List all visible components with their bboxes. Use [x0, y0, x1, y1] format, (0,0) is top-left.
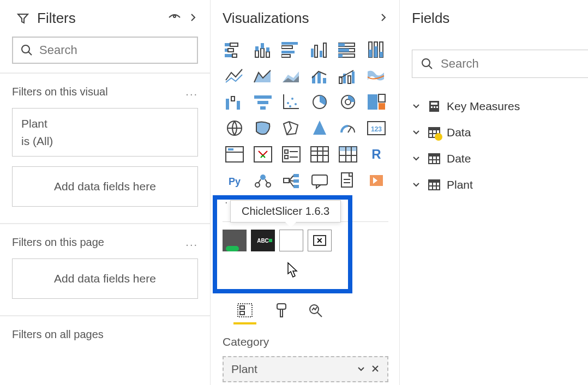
viz-treemap[interactable] [364, 91, 388, 113]
viz-line-clustered-column[interactable] [336, 65, 360, 87]
viz-funnel[interactable] [251, 91, 275, 113]
page-filter-dropzone[interactable]: Add data fields here [12, 258, 198, 299]
viz-python[interactable]: Py [223, 170, 247, 191]
field-table[interactable]: Key Measures [412, 93, 588, 119]
viz-area[interactable] [251, 65, 275, 87]
filters-title: Filters [37, 10, 161, 27]
viz-paginated-report[interactable] [336, 170, 360, 191]
filters-header: Filters [0, 0, 210, 37]
viz-gauge[interactable] [336, 117, 360, 139]
viz-stacked-column[interactable] [251, 39, 275, 61]
category-field-value: Plant [231, 363, 357, 376]
collapse-filters-icon[interactable] [188, 13, 198, 25]
category-field[interactable]: Plant [223, 356, 388, 382]
viz-matrix[interactable] [336, 143, 360, 165]
format-tab[interactable] [273, 302, 290, 324]
viz-clustered-bar[interactable] [279, 39, 303, 61]
chevron-down-icon[interactable] [357, 363, 365, 376]
svg-rect-31 [374, 46, 377, 57]
viz-card[interactable]: 123 [364, 117, 388, 139]
filters-on-page-section: Filters on this page ... Add data fields… [0, 224, 210, 316]
custom-visual-abc[interactable]: ABC [251, 230, 275, 251]
search-icon [21, 44, 33, 56]
viz-scatter[interactable] [279, 91, 303, 113]
viz-line-stacked-column[interactable] [308, 65, 332, 87]
viz-table[interactable] [308, 143, 332, 165]
viz-slicer[interactable] [279, 143, 303, 165]
viz-decomposition-tree[interactable] [279, 170, 303, 191]
svg-rect-12 [266, 52, 269, 57]
viz-clustered-column[interactable] [308, 39, 332, 61]
viz-key-influencers[interactable] [251, 170, 275, 191]
svg-rect-67 [285, 155, 288, 159]
custom-visual-chiclet-slicer[interactable] [279, 230, 303, 251]
svg-point-0 [173, 15, 176, 17]
collapse-viz-icon[interactable] [379, 13, 388, 25]
chevron-down-icon [412, 126, 422, 139]
svg-rect-7 [232, 54, 237, 57]
svg-rect-23 [338, 43, 345, 46]
svg-rect-9 [255, 46, 259, 51]
custom-visual-play-axis[interactable] [223, 230, 247, 251]
svg-rect-2 [225, 43, 230, 46]
section-menu-icon[interactable]: ... [185, 236, 198, 249]
svg-point-83 [266, 183, 271, 187]
analytics-tab[interactable] [307, 302, 324, 324]
fields-search-input[interactable] [441, 57, 588, 71]
fields-tab[interactable] [233, 302, 256, 324]
viz-100-stacked-column[interactable] [364, 39, 388, 61]
viz-title: Visualizations [223, 10, 379, 27]
svg-point-50 [289, 105, 291, 107]
category-label: Category [223, 335, 388, 348]
chevron-down-icon [412, 152, 422, 165]
viz-kpi[interactable] [251, 143, 275, 165]
custom-visual-close[interactable]: ✕ [308, 230, 332, 251]
viz-map[interactable] [223, 117, 247, 139]
visual-filter-dropzone[interactable]: Add data fields here [12, 166, 198, 207]
svg-rect-103 [436, 106, 438, 108]
svg-rect-95 [277, 304, 286, 309]
warning-badge [435, 133, 442, 141]
viz-stacked-bar[interactable] [223, 39, 247, 61]
viz-azure-map[interactable] [308, 117, 332, 139]
viz-100-stacked-bar[interactable] [336, 39, 360, 61]
svg-rect-40 [352, 71, 355, 83]
app-root: Filters Filters on this visual ... Plant… [0, 0, 588, 385]
viz-filled-map[interactable] [251, 117, 275, 139]
viz-multi-row-card[interactable] [223, 143, 247, 165]
filters-search[interactable] [12, 37, 198, 64]
section-label: Filters on this page [12, 236, 185, 249]
viz-line[interactable] [223, 65, 247, 87]
section-menu-icon[interactable]: ... [185, 86, 198, 98]
svg-rect-85 [293, 174, 299, 177]
eye-icon[interactable] [169, 13, 181, 24]
viz-waterfall[interactable] [223, 91, 247, 113]
viz-qa[interactable] [308, 170, 332, 191]
filter-card[interactable]: Plant is (All) [12, 108, 198, 157]
table-icon [428, 153, 440, 165]
filter-field-name: Plant [21, 115, 189, 133]
svg-rect-100 [431, 103, 437, 105]
svg-rect-88 [312, 175, 327, 185]
field-table[interactable]: Date [412, 146, 588, 172]
svg-rect-105 [429, 128, 440, 130]
fields-title: Fields [412, 10, 588, 27]
viz-power-apps[interactable] [364, 170, 388, 191]
field-table[interactable]: Data [412, 119, 588, 146]
viz-pie[interactable] [308, 91, 332, 113]
svg-rect-33 [380, 52, 383, 57]
svg-rect-102 [434, 106, 435, 108]
remove-field-icon[interactable] [371, 363, 380, 376]
viz-donut[interactable] [336, 91, 360, 113]
viz-shape-map[interactable] [279, 117, 303, 139]
svg-rect-64 [283, 147, 300, 162]
svg-rect-69 [311, 147, 328, 162]
svg-point-53 [345, 99, 351, 105]
viz-stacked-area[interactable] [279, 65, 303, 87]
viz-r-script[interactable]: R [364, 143, 388, 165]
field-table[interactable]: Plant [412, 172, 588, 198]
filters-search-input[interactable] [39, 43, 189, 57]
viz-ribbon[interactable] [364, 65, 388, 87]
fields-search[interactable] [412, 50, 588, 78]
svg-rect-93 [240, 306, 244, 309]
